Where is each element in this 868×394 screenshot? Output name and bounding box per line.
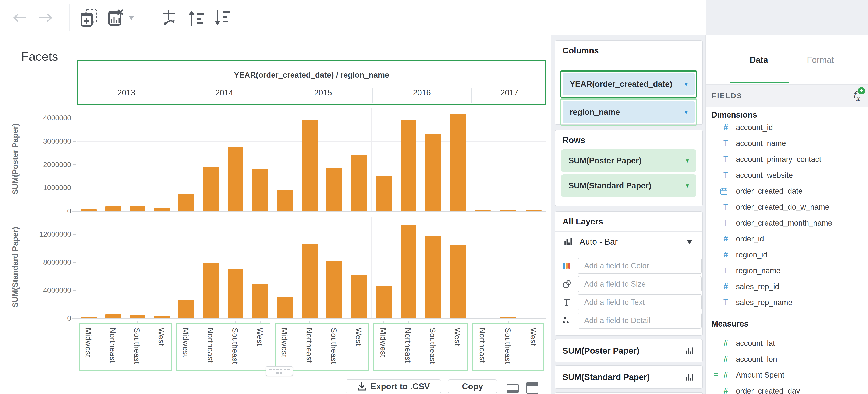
dimension-region-name[interactable]: Tregion_name [706,263,868,279]
category-tick [359,321,359,323]
dimension-account-website[interactable]: Taccount_website [706,167,868,183]
expand-panel-icon[interactable] [526,382,538,394]
y-tick-label: 4000000 [8,114,71,122]
measure-account-lat[interactable]: #account_lat [706,335,868,351]
dimension-account-id[interactable]: #account_id [706,119,868,135]
dimension-account-primary-contact[interactable]: Taccount_primary_contact [706,151,868,167]
bar[interactable] [105,314,121,318]
bar[interactable] [376,286,392,318]
copy-label: Copy [462,382,483,391]
number-icon: # [720,339,732,348]
measure-amount-spent[interactable]: #=Amount Spent [706,367,868,383]
bar[interactable] [203,263,219,318]
tab-format[interactable]: Format [797,55,844,65]
category-tick [458,321,458,323]
drop-target-input-size[interactable] [578,276,702,292]
x-axis-baseline [72,211,547,212]
bar[interactable] [401,225,416,318]
bar[interactable] [327,168,342,211]
bar[interactable] [327,260,342,318]
measures-list: #account_lat#account_lon#=Amount Spent#o… [706,335,868,394]
bar[interactable] [302,244,317,318]
bar[interactable] [425,134,441,211]
measure-account-lon[interactable]: #account_lon [706,351,868,367]
drop-target-input-detail[interactable] [578,312,702,329]
region-label: Southeast [230,328,239,369]
copy-button[interactable]: Copy [448,379,497,393]
all-layers-panel: All Layers Auto - Bar [555,211,703,336]
bar[interactable] [203,167,219,211]
bar[interactable] [178,300,194,318]
drop-target-row [555,276,703,292]
bar[interactable] [277,190,293,211]
dimension-order-created-month-name[interactable]: Torder_created_month_name [706,215,868,231]
bar[interactable] [154,316,169,318]
layer-row-standard[interactable]: SUM(Standard Paper) [555,365,703,389]
bar-chart-icon [686,347,694,355]
drag-handle[interactable] [266,366,293,376]
facet-year-label[interactable]: 2013 [78,88,175,97]
column-pill-year-order-created-date[interactable]: YEAR(order_created_date)▼ [563,73,695,95]
facet-separator [371,108,372,211]
dimension-sales-rep-name[interactable]: Tsales_rep_name [706,294,868,310]
bar[interactable] [425,236,441,318]
bar[interactable] [228,147,243,211]
facet-year-label[interactable]: 2015 [274,88,372,97]
bar[interactable] [376,176,392,211]
bar[interactable] [154,208,169,211]
bar[interactable] [129,206,145,211]
bar[interactable] [81,209,97,211]
bar[interactable] [129,315,145,318]
export-csv-button[interactable]: Export to .CSV [345,379,441,393]
pill-caret-icon[interactable]: ▼ [683,81,689,87]
bar[interactable] [252,284,268,318]
fields-header: FIELDS fx + [706,84,868,107]
pill-caret-icon[interactable]: ▼ [683,109,689,115]
column-pill-region-name[interactable]: region_name▼ [563,101,695,123]
facet-year-label[interactable]: 2014 [175,88,274,97]
bar[interactable] [252,169,268,211]
number-icon: # [720,386,732,394]
all-layers-title: All Layers [563,217,703,226]
dimensions-title: Dimensions [711,110,757,119]
column-pill-outline: YEAR(order_created_date)▼ [560,71,698,97]
bar[interactable] [450,114,466,211]
pill-caret-icon[interactable]: ▼ [685,158,690,164]
facet-year-label[interactable]: 2016 [372,88,471,97]
row-pill-sum-poster-paper[interactable]: SUM(Poster Paper)▼ [561,149,696,172]
category-tick [334,321,335,323]
tab-data[interactable]: Data [736,55,782,65]
bar[interactable] [351,155,367,211]
collapse-panel-icon[interactable] [506,384,519,393]
pill-label: region_name [570,108,620,117]
category-tick [211,321,211,323]
dimension-account-name[interactable]: Taccount_name [706,135,868,151]
row-pill-sum-standard-paper[interactable]: SUM(Standard Paper)▼ [561,174,696,197]
drop-target-input-text[interactable] [578,294,702,310]
active-tab-underline [730,82,789,83]
download-icon [357,382,367,391]
dimension-order-id[interactable]: #order_id [706,231,868,247]
measure-order-created-day[interactable]: #order_created_day [706,383,868,394]
bar[interactable] [178,194,194,211]
bar[interactable] [450,245,466,318]
mark-type-select[interactable]: Auto - Bar [555,231,703,252]
dimension-order-created-date[interactable]: order_created_date [706,183,868,199]
bar[interactable] [302,120,317,211]
bar[interactable] [81,316,97,318]
y-tick-mark [73,118,76,118]
facet-year-label[interactable]: 2017 [471,88,548,97]
bar[interactable] [228,269,243,318]
dimension-order-created-do-w-name[interactable]: Torder_created_do_w_name [706,199,868,215]
bar[interactable] [401,120,416,211]
bar[interactable] [277,297,293,318]
color-icon [562,261,574,271]
bar[interactable] [105,206,121,211]
layer-row-poster[interactable]: SUM(Poster Paper) [555,339,703,362]
dimension-sales-rep-id[interactable]: #sales_rep_id [706,279,868,294]
dimension-region-id[interactable]: #region_id [706,247,868,263]
drop-target-input-color[interactable] [578,258,702,274]
pill-caret-icon[interactable]: ▼ [685,182,690,189]
add-calculated-field-button[interactable]: fx + [852,89,860,102]
bar[interactable] [351,275,367,318]
